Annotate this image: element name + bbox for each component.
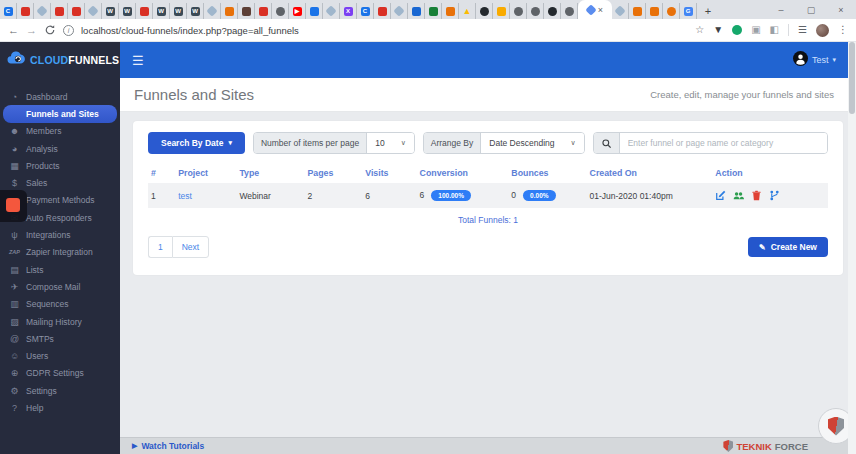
link-favicon bbox=[225, 7, 234, 16]
sidebar-item-members[interactable]: ☻Members bbox=[0, 123, 120, 140]
project-link[interactable]: test bbox=[178, 191, 192, 201]
arrange-by-select[interactable]: Date Descending ∨ bbox=[481, 133, 583, 153]
browser-tab-shield[interactable] bbox=[68, 3, 85, 19]
back-icon[interactable]: ← bbox=[8, 24, 19, 36]
page-scrollbar[interactable] bbox=[848, 42, 856, 454]
capture-extension-icon[interactable]: ◧ bbox=[770, 25, 779, 35]
trash-action-icon[interactable] bbox=[751, 190, 762, 201]
sidebar-item-smtps[interactable]: @SMTPs bbox=[0, 330, 120, 347]
reading-list-icon[interactable]: ☰ bbox=[798, 25, 807, 35]
browser-tab-shield[interactable] bbox=[51, 3, 68, 19]
menu-dots-icon[interactable]: ⋮ bbox=[838, 25, 848, 35]
menu-toggle-icon[interactable]: ☰ bbox=[132, 53, 144, 68]
scrollbar-thumb[interactable] bbox=[849, 42, 855, 114]
branch-action-icon[interactable] bbox=[769, 190, 780, 201]
browser-tab-green-app[interactable] bbox=[425, 3, 442, 19]
sidebar-item-dashboard[interactable]: ◔Dashboard bbox=[0, 88, 120, 105]
page-info-icon[interactable]: i bbox=[63, 25, 74, 36]
sidebar-item-settings[interactable]: ⚙Settings bbox=[0, 382, 120, 399]
browser-tab-globe[interactable] bbox=[272, 3, 289, 19]
users-action-icon[interactable] bbox=[733, 190, 744, 201]
browser-tab-shield[interactable] bbox=[374, 3, 391, 19]
browser-tab-github[interactable] bbox=[476, 3, 493, 19]
browser-tab-cloudfunnels[interactable]: C bbox=[0, 3, 17, 19]
forward-icon[interactable]: → bbox=[26, 24, 37, 36]
filter-bar: Search By Date ▾ Number of items per pag… bbox=[148, 131, 828, 155]
cell-visits: 6 bbox=[362, 183, 416, 208]
browser-tab-globe[interactable] bbox=[510, 3, 527, 19]
profile-avatar[interactable] bbox=[816, 24, 829, 37]
browser-tab-drive[interactable]: ▲ bbox=[459, 3, 476, 19]
browser-tab-dark-square[interactable] bbox=[238, 3, 255, 19]
browser-tab-active[interactable]: × bbox=[578, 0, 612, 19]
browser-tab-diamond[interactable] bbox=[34, 3, 51, 19]
sidebar-item-compose-mail[interactable]: ✈Compose Mail bbox=[0, 278, 120, 295]
browser-tab-wordpress[interactable]: W bbox=[153, 3, 170, 19]
wordpress-favicon: W bbox=[106, 7, 115, 16]
extension-square-icon[interactable]: ▣ bbox=[751, 25, 760, 35]
browser-tab-feather[interactable] bbox=[493, 3, 510, 19]
create-new-button[interactable]: ✎ Create New bbox=[748, 237, 828, 257]
browser-tab-pin[interactable] bbox=[408, 3, 425, 19]
sidebar-item-zapier-integration[interactable]: ZAPZapier Integration bbox=[0, 244, 120, 261]
sidebar-item-help[interactable]: ?Help bbox=[0, 399, 120, 416]
search-input[interactable] bbox=[620, 133, 827, 153]
recorder-stop-icon[interactable] bbox=[6, 198, 20, 212]
watch-tutorials-label: Watch Tutorials bbox=[141, 441, 204, 451]
browser-tab-google[interactable]: G bbox=[680, 3, 697, 19]
sidebar-item-sequences[interactable]: ▥Sequences bbox=[0, 296, 120, 313]
sidebar-item-mailing-history[interactable]: ▨Mailing History bbox=[0, 313, 120, 330]
browser-tab-globe[interactable] bbox=[527, 3, 544, 19]
browser-tab-wordpress[interactable]: W bbox=[102, 3, 119, 19]
edit-action-icon[interactable] bbox=[715, 190, 726, 201]
address-url[interactable]: localhost/cloud-funnels/index.php?page=a… bbox=[81, 25, 688, 36]
sidebar-item-products[interactable]: ▦Products bbox=[0, 157, 120, 174]
browser-tab-wordpress[interactable]: W bbox=[187, 3, 204, 19]
minimize-window-button[interactable]: – bbox=[766, 0, 796, 19]
browser-tab-diamond[interactable] bbox=[612, 3, 629, 19]
browser-tab-shield[interactable] bbox=[255, 3, 272, 19]
filter-extension-icon[interactable]: ▼ bbox=[713, 25, 723, 35]
browser-tab-link[interactable] bbox=[221, 3, 238, 19]
sidebar-item-analysis[interactable]: ◕Analysis bbox=[0, 140, 120, 157]
browser-tab-shield[interactable] bbox=[17, 3, 34, 19]
search-by-date-button[interactable]: Search By Date ▾ bbox=[148, 132, 245, 154]
browser-tab-shield[interactable] bbox=[136, 3, 153, 19]
reload-icon[interactable] bbox=[44, 24, 56, 36]
browser-tab-blue-app[interactable] bbox=[306, 3, 323, 19]
close-window-button[interactable]: × bbox=[826, 0, 856, 19]
grammarly-icon[interactable] bbox=[732, 25, 742, 35]
sidebar-item-users[interactable]: ☺Users bbox=[0, 347, 120, 364]
row-actions bbox=[715, 190, 825, 201]
sidebar-item-gdpr-settings[interactable]: ⊕GDPR Settings bbox=[0, 365, 120, 382]
items-per-page-select[interactable]: 10 ∨ bbox=[367, 133, 414, 153]
user-menu[interactable]: Test ▾ bbox=[793, 51, 836, 70]
pagination-page-1[interactable]: 1 bbox=[148, 236, 172, 258]
browser-tab-orange-dot[interactable] bbox=[663, 3, 680, 19]
pagination-next[interactable]: Next bbox=[172, 236, 209, 258]
browser-tab-cloudfunnels[interactable]: C bbox=[357, 3, 374, 19]
bookmark-star-icon[interactable]: ☆ bbox=[695, 25, 704, 35]
sidebar-item-funnels-and-sites[interactable]: Funnels and Sites bbox=[3, 105, 117, 122]
browser-tab-x-purple[interactable]: X bbox=[340, 3, 357, 19]
sidebar-item-lists[interactable]: ▤Lists bbox=[0, 261, 120, 278]
browser-tab-diamond[interactable] bbox=[323, 3, 340, 19]
sidebar-item-integrations[interactable]: ψIntegrations bbox=[0, 226, 120, 243]
maximize-window-button[interactable]: ▢ bbox=[796, 0, 826, 19]
browser-tab-github[interactable] bbox=[544, 3, 561, 19]
browser-tab-orange-app[interactable] bbox=[646, 3, 663, 19]
sidebar-item-label: Sales bbox=[26, 178, 47, 188]
tab-close-icon[interactable]: × bbox=[598, 5, 603, 15]
browser-tab-youtube[interactable]: ▶ bbox=[289, 3, 306, 19]
browser-tab-wordpress[interactable]: W bbox=[170, 3, 187, 19]
browser-tab-diamond[interactable] bbox=[391, 3, 408, 19]
browser-tab-diamond[interactable] bbox=[85, 3, 102, 19]
browser-tab-globe[interactable] bbox=[561, 3, 578, 19]
browser-tab-orange-app[interactable] bbox=[442, 3, 459, 19]
watch-tutorials-link[interactable]: ▶ Watch Tutorials bbox=[132, 441, 204, 451]
new-tab-button[interactable]: + bbox=[697, 2, 719, 19]
browser-tab-orange-app[interactable] bbox=[629, 3, 646, 19]
browser-tab-wordpress[interactable]: W bbox=[119, 3, 136, 19]
browser-tab-diamond[interactable] bbox=[204, 3, 221, 19]
screen-recorder-overlay[interactable] bbox=[0, 190, 27, 222]
